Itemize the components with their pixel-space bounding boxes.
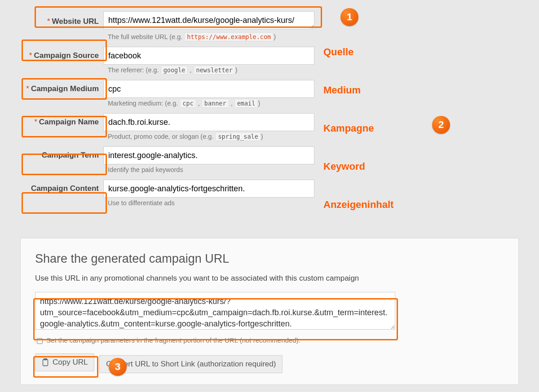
- anno-keyword: Keyword: [323, 161, 365, 172]
- convert-url-button[interactable]: Convert URL to Short Link (authorization…: [99, 355, 283, 373]
- label-text: Campaign Medium: [31, 84, 99, 93]
- svg-rect-0: [43, 359, 48, 366]
- fragment-label: Set the campaign parameters in the fragm…: [46, 336, 300, 344]
- copy-url-label: Copy URL: [53, 358, 88, 367]
- hint-campaign-name: Product, promo code, or slogan (e.g. spr…: [108, 133, 319, 140]
- label-text: Campaign Content: [31, 184, 99, 193]
- label-website-url: *Website URL: [20, 17, 103, 26]
- buttons-row: Copy URL Convert URL to Short Link (auth…: [35, 353, 504, 373]
- share-panel: Share the generated campaign URL Use thi…: [20, 238, 519, 385]
- required-star: *: [34, 118, 37, 126]
- required-star: *: [26, 84, 29, 93]
- hint-campaign-term: Identify the paid keywords: [108, 166, 319, 173]
- share-description: Use this URL in any promotional channels…: [35, 274, 504, 283]
- campaign-term-input[interactable]: [103, 146, 314, 164]
- campaign-medium-input[interactable]: [103, 80, 314, 98]
- anno-anzeigeninhalt: Anzeigeninhalt: [323, 199, 393, 211]
- hint-campaign-content: Use to differentiate ads: [108, 199, 319, 207]
- anno-kampagne: Kampagne: [323, 123, 374, 134]
- clipboard-icon: [42, 358, 49, 366]
- hint-campaign-source: The referrer: (e.g. google , newsletter): [108, 66, 319, 74]
- campaign-content-input[interactable]: [103, 180, 314, 198]
- label-campaign-name: *Campaign Name: [20, 118, 103, 127]
- website-url-input[interactable]: https://www.121watt.de/kurse/google-anal…: [103, 11, 314, 29]
- hint-website-url: The full website URL (e.g. https://www.e…: [108, 33, 319, 40]
- fragment-option-row[interactable]: Set the campaign parameters in the fragm…: [35, 336, 504, 345]
- copy-url-button[interactable]: Copy URL: [35, 353, 94, 371]
- anno-medium: Medium: [323, 84, 361, 96]
- campaign-source-input[interactable]: [103, 47, 314, 65]
- convert-url-label: Convert URL to Short Link (authorization…: [106, 360, 276, 369]
- row-campaign-content: Campaign Content: [20, 180, 404, 198]
- label-text: Campaign Name: [39, 118, 99, 126]
- label-campaign-content: Campaign Content: [20, 184, 103, 193]
- label-text: Campaign Term: [42, 151, 99, 159]
- label-text: Website URL: [52, 17, 99, 26]
- required-star: *: [29, 51, 32, 60]
- label-text: Campaign Source: [34, 51, 99, 60]
- row-website-url: *Website URL https://www.121watt.de/kurs…: [20, 11, 404, 31]
- badge-2: 2: [432, 116, 450, 134]
- label-campaign-source: *Campaign Source: [20, 51, 103, 60]
- required-star: *: [47, 17, 50, 26]
- generated-url-textarea[interactable]: https://www.121watt.de/kurse/google-anal…: [35, 292, 395, 330]
- hint-campaign-medium: Marketing medium: (e.g. cpc , banner , e…: [108, 100, 319, 107]
- share-title: Share the generated campaign URL: [35, 252, 504, 266]
- label-campaign-term: Campaign Term: [20, 151, 103, 160]
- fragment-checkbox[interactable]: [37, 338, 43, 344]
- anno-quelle: Quelle: [323, 46, 353, 58]
- campaign-form: *Website URL https://www.121watt.de/kurs…: [20, 0, 404, 207]
- label-campaign-medium: *Campaign Medium: [20, 84, 103, 93]
- campaign-name-input[interactable]: [103, 113, 314, 131]
